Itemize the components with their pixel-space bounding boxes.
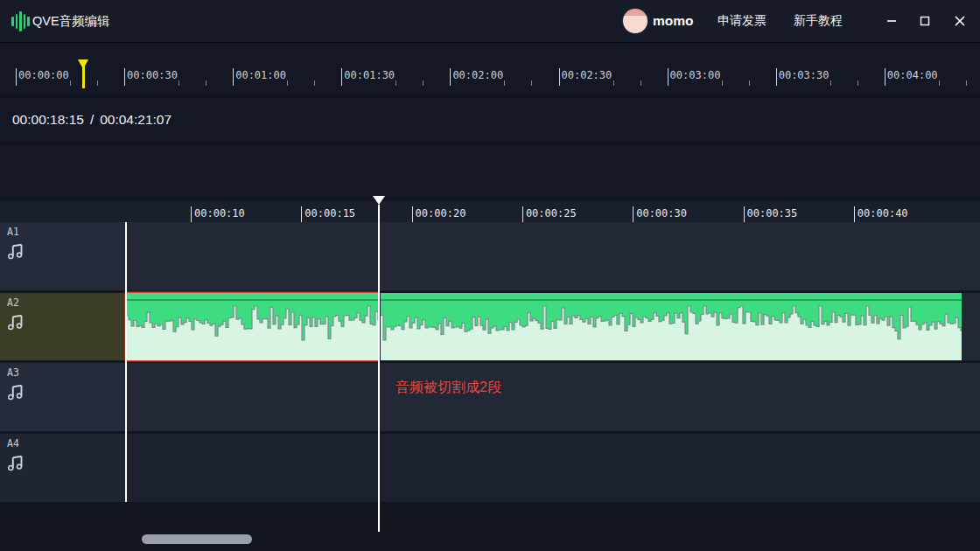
ruler-minor-tick <box>396 80 396 86</box>
overview-playhead-stem <box>82 59 85 88</box>
close-icon <box>954 15 966 27</box>
clip-start-guideline <box>125 222 127 502</box>
ruler-tick <box>885 68 886 86</box>
track-header-a1[interactable]: A1 <box>0 222 125 290</box>
app-title: QVE音频编辑 <box>32 0 110 42</box>
track-row-a1: A1 <box>0 222 980 290</box>
ruler-minor-tick <box>178 80 179 86</box>
ruler-minor-tick <box>314 80 315 86</box>
ruler-tick-label: 00:03:30 <box>779 69 830 81</box>
ruler-minor-tick <box>613 80 614 86</box>
user-avatar[interactable] <box>623 9 648 33</box>
timeline-tick-label: 00:00:15 <box>304 207 355 220</box>
overview-ruler[interactable]: 00:00:0000:00:3000:01:0000:01:3000:02:00… <box>0 42 980 97</box>
maximize-button[interactable] <box>914 10 936 31</box>
timeline-tick <box>522 206 523 222</box>
ruler-tick <box>450 68 451 86</box>
track-label: A1 <box>7 226 19 238</box>
horizontal-scrollbar-thumb[interactable] <box>142 534 252 544</box>
ruler-minor-tick <box>97 80 98 86</box>
current-time: 00:00:18:15 <box>12 112 84 128</box>
track-header-a2-selected[interactable]: A2 <box>0 293 125 360</box>
timeline-tick-label: 00:00:35 <box>747 207 798 220</box>
ruler-minor-tick <box>939 80 940 86</box>
track-label: A4 <box>7 437 19 450</box>
invoice-link[interactable]: 申请发票 <box>718 0 766 42</box>
username[interactable]: momo <box>653 0 694 42</box>
maximize-icon <box>919 15 931 27</box>
music-note-icon <box>7 382 24 401</box>
ruler-minor-tick <box>504 80 505 86</box>
timeline-tick <box>744 206 745 222</box>
ruler-tick-label: 00:03:00 <box>670 69 721 81</box>
ruler-tick-label: 00:00:30 <box>127 69 178 81</box>
ruler-tick <box>776 68 777 86</box>
timeline-tick <box>633 206 634 222</box>
waveform <box>381 293 962 360</box>
ruler-tick <box>124 68 125 86</box>
time-display: 00:00:18:15 / 00:04:21:07 <box>12 96 172 143</box>
timeline-tick <box>301 206 302 222</box>
waveform-logo-icon <box>11 10 30 31</box>
timeline-tick-label: 00:00:20 <box>416 207 466 220</box>
qve-audio-editor-window: QVE音频编辑 momo 申请发票 新手教程 00:00:0000:00:300… <box>0 0 980 551</box>
ruler-minor-tick <box>858 80 858 86</box>
track-header-a3[interactable]: A3 <box>0 363 125 431</box>
minimize-button[interactable] <box>880 10 903 31</box>
minimize-icon <box>886 15 898 27</box>
ruler-minor-tick <box>722 80 723 86</box>
ruler-minor-tick <box>640 80 641 86</box>
track-header-a4[interactable]: A4 <box>0 434 125 502</box>
split-annotation-text: 音频被切割成2段 <box>396 379 501 397</box>
timeline-tick-label: 00:00:40 <box>858 207 908 220</box>
ruler-minor-tick <box>287 80 288 86</box>
ruler-tick-label: 00:01:30 <box>344 69 395 81</box>
track-row-a3: A3 <box>0 363 980 431</box>
timeline-tick <box>854 206 855 222</box>
ruler-tick-label: 00:04:00 <box>887 69 938 81</box>
ruler-tick-label: 00:00:00 <box>18 69 69 81</box>
ruler-minor-tick <box>423 80 424 86</box>
ruler-minor-tick <box>70 80 71 86</box>
ruler-tick <box>668 68 668 86</box>
ruler-minor-tick <box>531 80 532 86</box>
ruler-tick <box>559 68 560 86</box>
ruler-minor-tick <box>749 80 750 86</box>
track-label: A2 <box>7 296 19 309</box>
timeline-tick-label: 00:00:25 <box>526 207 577 220</box>
music-note-icon <box>7 312 24 331</box>
waveform <box>126 293 378 360</box>
ruler-minor-tick <box>966 80 967 86</box>
ruler-tick-label: 00:02:30 <box>562 69 612 81</box>
close-button[interactable] <box>948 10 971 31</box>
timeline-ruler[interactable]: 00:00:1000:00:1500:00:2000:00:2500:00:30… <box>0 201 980 222</box>
track-label: A3 <box>7 366 19 379</box>
ruler-tick <box>341 68 342 86</box>
total-time: 00:04:21:07 <box>100 112 172 128</box>
ruler-tick <box>16 68 17 86</box>
playhead-handle[interactable] <box>373 196 385 205</box>
ruler-minor-tick <box>206 80 206 86</box>
playhead-line[interactable] <box>378 205 380 532</box>
tutorial-link[interactable]: 新手教程 <box>794 0 843 42</box>
ruler-tick-label: 00:02:00 <box>452 69 503 81</box>
timeline-panel: 00:00:1000:00:1500:00:2000:00:2500:00:30… <box>0 201 980 551</box>
timeline-tick-label: 00:00:30 <box>636 207 687 220</box>
ruler-tick-label: 00:01:00 <box>235 69 286 81</box>
ruler-tick <box>233 68 234 86</box>
music-note-icon <box>7 453 24 472</box>
timeline-tick-label: 00:00:10 <box>194 207 245 220</box>
track-row-a4: A4 <box>0 434 980 502</box>
ruler-minor-tick <box>830 80 831 86</box>
music-note-icon <box>7 241 24 261</box>
audio-clip-segment-2[interactable] <box>381 293 962 360</box>
title-bar: QVE音频编辑 momo 申请发票 新手教程 <box>0 0 980 43</box>
edit-toolbar: 导出 <box>0 143 980 201</box>
timeline-tick <box>191 206 192 222</box>
transport-bar: 00:00:18:15 / 00:04:21:07 <box>0 96 980 144</box>
audio-clip-segment-1[interactable] <box>126 293 378 360</box>
timeline-tick <box>412 206 413 222</box>
time-separator: / <box>90 112 94 128</box>
